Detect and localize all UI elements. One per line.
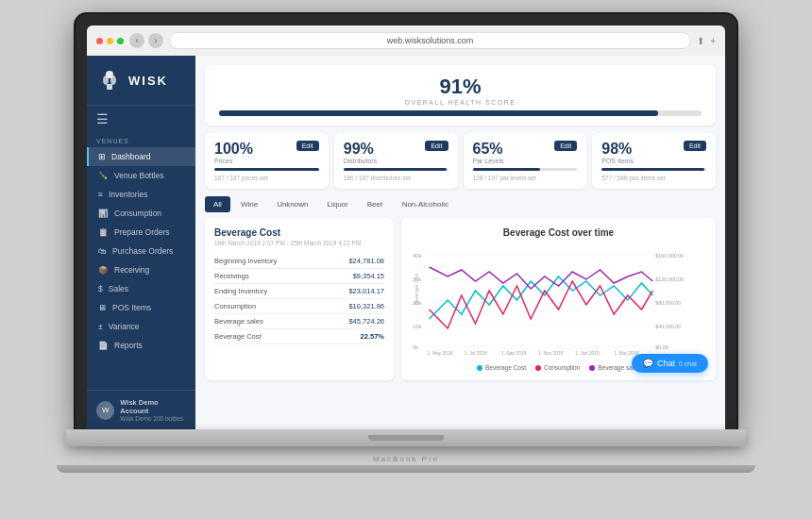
sidebar: WISK ☰ Venues ⊞ Dashboard 🍾 Venue Bottle…	[87, 56, 195, 429]
sidebar-item-consumption[interactable]: 📊 Consumption	[87, 204, 195, 223]
health-score-card: 91% OVERALL HEALTH SCORE	[205, 65, 716, 126]
health-bar-bg	[219, 110, 702, 116]
screen-content: WISK ☰ Venues ⊞ Dashboard 🍾 Venue Bottle…	[87, 56, 725, 429]
svg-text:$0.00: $0.00	[655, 344, 668, 350]
forward-button[interactable]: ›	[148, 33, 163, 48]
svg-text:1. Jul 2018: 1. Jul 2018	[465, 351, 487, 356]
logo-icon	[96, 67, 123, 93]
svg-text:1. May 2018: 1. May 2018	[428, 351, 453, 356]
url-text: web.wisksolutions.com	[387, 36, 474, 45]
sidebar-item-purchase-orders[interactable]: 🛍 Purchase Orders	[87, 242, 195, 260]
svg-text:1. Nov 2018: 1. Nov 2018	[538, 351, 564, 356]
stat-bar-bg-distributors	[344, 168, 448, 171]
svg-text:10k: 10k	[413, 324, 421, 329]
sidebar-label-sales: Sales	[109, 284, 128, 293]
bottle-icon: 🍾	[98, 171, 109, 180]
chart-svg: 40k 30k 20k 10k 0k $160,000.00 $120,000.…	[411, 243, 706, 357]
sidebar-item-inventories[interactable]: ≡ Inventories	[87, 185, 195, 204]
sidebar-item-reports[interactable]: 📄 Reports	[87, 336, 195, 355]
browser-actions: ⬆ +	[697, 36, 716, 46]
cost-label-sales: Beverage sales	[214, 317, 263, 326]
sidebar-item-variance[interactable]: ± Variance	[87, 317, 195, 336]
sidebar-item-pos-items[interactable]: 🖥 POS Items	[87, 298, 195, 317]
tab-wine[interactable]: Wine	[232, 196, 266, 212]
clipboard-icon: 📋	[98, 227, 109, 237]
stat-header-par-levels: 65% Par Levels Edit	[473, 141, 578, 164]
tab-non-alcoholic[interactable]: Non-Alcoholic	[394, 196, 457, 212]
edit-btn-prices[interactable]: Edit	[296, 141, 319, 151]
cost-row-consumption: Consumption $10,321.86	[214, 299, 384, 314]
health-label: OVERALL HEALTH SCORE	[219, 99, 702, 106]
chat-count-badge: 0 chat	[679, 360, 697, 367]
beverage-cost-title: Beverage Cost	[214, 227, 384, 238]
hamburger-icon[interactable]: ☰	[87, 106, 195, 132]
pos-icon: 🖥	[98, 303, 107, 312]
stat-sub-distributors: 186 / 187 distributors set	[344, 175, 448, 181]
laptop-foot	[57, 465, 755, 473]
legend-dot-beverage-cost	[477, 365, 482, 371]
bottom-section: Beverage Cost 18th March 2019 2:07 PM - …	[205, 218, 716, 380]
browser-chrome: ‹ › web.wisksolutions.com ⬆ +	[87, 25, 725, 56]
sidebar-item-sales[interactable]: $ Sales	[87, 279, 195, 298]
edit-btn-pos-items[interactable]: Edit	[684, 141, 706, 151]
chart-card: Beverage Cost over time 40k 30k 20k 10k …	[401, 218, 716, 380]
logo: WISK	[87, 56, 195, 106]
address-bar[interactable]: web.wisksolutions.com	[169, 32, 691, 49]
back-button[interactable]: ‹	[129, 33, 144, 48]
tab-all[interactable]: All	[205, 196, 230, 212]
minimize-button[interactable]	[107, 38, 113, 44]
cost-value-beginning: $24,781.08	[348, 257, 384, 265]
chat-icon: 💬	[643, 359, 653, 368]
stat-header-distributors: 99% Distributors Edit	[344, 141, 448, 164]
tab-unknown[interactable]: Unknown	[268, 196, 316, 212]
report-icon: 📄	[98, 341, 109, 350]
sidebar-label-prepare-orders: Prepare Orders	[114, 227, 170, 237]
chart-title: Beverage Cost over time	[411, 227, 706, 238]
legend-dot-beverage-sales	[589, 365, 595, 371]
stat-sub-prices: 187 / 187 prices set	[214, 175, 319, 181]
legend-beverage-cost: Beverage Cost	[477, 364, 526, 371]
maximize-button[interactable]	[117, 38, 124, 44]
list-icon: ≡	[98, 190, 103, 199]
legend-dot-consumption	[535, 365, 541, 371]
main-content: 91% OVERALL HEALTH SCORE 100% Prices	[195, 56, 725, 429]
tab-liquor[interactable]: Liquor	[318, 196, 356, 212]
laptop-brand: MacBook Pro	[373, 455, 439, 463]
bookmark-icon[interactable]: +	[710, 36, 716, 46]
sidebar-item-venue-bottles[interactable]: 🍾 Venue Bottles	[87, 166, 195, 185]
sidebar-label-venue-bottles: Venue Bottles	[114, 171, 163, 180]
cost-row-ending: Ending Inventory $23,014.17	[214, 284, 384, 299]
stat-bar-fill-distributors	[344, 168, 448, 171]
edit-btn-par-levels[interactable]: Edit	[554, 141, 577, 151]
stat-bar-bg-par-levels	[473, 168, 578, 171]
laptop-base	[66, 429, 746, 446]
sidebar-item-dashboard[interactable]: ⊞ Dashboard	[87, 147, 195, 166]
chat-button[interactable]: 💬 Chat 0 chat	[632, 354, 708, 373]
sidebar-label-purchase-orders: Purchase Orders	[112, 246, 173, 256]
close-button[interactable]	[96, 38, 103, 44]
svg-point-2	[110, 75, 116, 85]
edit-btn-distributors[interactable]: Edit	[425, 141, 448, 151]
svg-text:0k: 0k	[413, 344, 418, 350]
legend-label-beverage-cost: Beverage Cost	[485, 364, 526, 371]
stat-name-prices: Prices	[214, 158, 253, 164]
avatar: W	[96, 401, 114, 420]
tab-beer[interactable]: Beer	[359, 196, 392, 212]
stat-bar-bg-prices	[214, 168, 319, 171]
sidebar-item-prepare-orders[interactable]: 📋 Prepare Orders	[87, 223, 195, 242]
sidebar-label-receiving: Receiving	[114, 265, 149, 275]
stat-sub-par-levels: 128 / 197 par levels set	[473, 175, 578, 181]
window-controls	[96, 38, 124, 44]
share-icon[interactable]: ⬆	[697, 36, 704, 46]
user-sub: Wisk Demo 200 bottles	[120, 415, 186, 422]
cost-value-consumption: $10,321.86	[348, 302, 384, 310]
legend-label-consumption: Consumption	[544, 364, 580, 371]
cost-label-receivings: Receivings	[214, 272, 249, 280]
cost-value-ending: $23,014.17	[348, 287, 384, 295]
health-bar-fill	[219, 110, 658, 116]
sidebar-label-inventories: Inventories	[109, 190, 148, 199]
sidebar-label-dashboard: Dashboard	[111, 152, 151, 161]
cost-row-receivings: Receivings $9,354.15	[214, 269, 384, 284]
dashboard-icon: ⊞	[98, 152, 106, 161]
sidebar-item-receiving[interactable]: 📦 Receiving	[87, 260, 195, 279]
